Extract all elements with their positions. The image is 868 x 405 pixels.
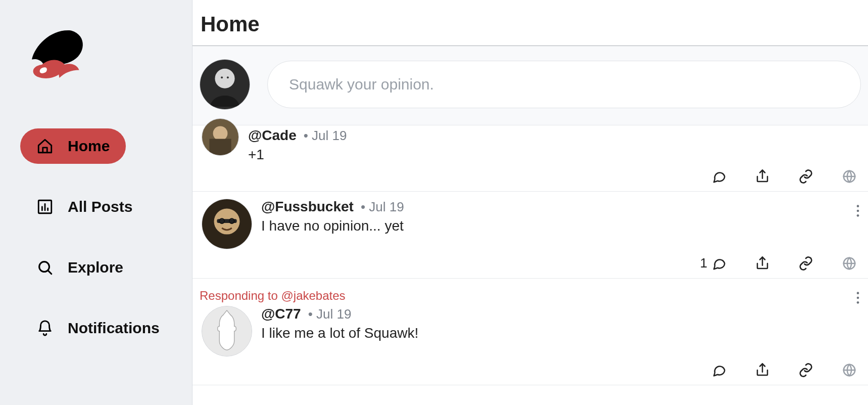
svg-line-5 [48,271,52,274]
sidebar: Home All Posts Explore Notifications [0,0,192,405]
sidebar-item-label: Explore [68,259,123,276]
sidebar-item-explore[interactable]: Explore [20,250,139,285]
link-icon [798,169,813,184]
sidebar-nav: Home All Posts Explore Notifications [20,128,172,346]
post[interactable]: @Fussbucket • Jul 19 I have no opinion..… [192,192,868,279]
main-column: Home @Cade • Jul 19 [192,0,868,405]
globe-icon [842,169,857,184]
comment-icon [711,363,727,378]
share-icon [755,169,770,184]
sidebar-item-label: Home [68,138,110,155]
svg-point-27 [857,301,859,304]
sidebar-item-all-posts[interactable]: All Posts [20,189,149,224]
post-date: • Jul 19 [304,128,347,144]
sidebar-item-notifications[interactable]: Notifications [20,310,176,346]
svg-point-15 [857,205,859,207]
post-avatar[interactable] [202,306,252,356]
sidebar-item-label: All Posts [68,198,132,215]
svg-point-16 [857,210,859,212]
link-button[interactable] [798,256,813,271]
svg-point-26 [857,297,859,299]
comment-icon [711,169,727,184]
comment-icon [711,256,727,271]
post-menu-button[interactable] [853,201,863,223]
svg-rect-12 [209,139,231,155]
visibility-button[interactable] [842,256,857,271]
link-icon [798,363,813,378]
svg-point-7 [215,69,234,88]
share-button[interactable] [755,363,770,378]
composer [192,46,868,125]
sidebar-item-home[interactable]: Home [20,128,126,164]
share-icon [755,256,770,271]
svg-point-9 [227,76,229,78]
bell-icon [36,320,54,337]
visibility-button[interactable] [842,363,857,378]
post[interactable]: Responding to @jakebates @C77 • Jul 19 I… [192,279,868,385]
post-date: • Jul 19 [361,199,404,215]
post-date: • Jul 19 [308,306,352,322]
sidebar-item-label: Notifications [68,320,160,337]
comment-button[interactable]: 1 [700,255,727,271]
home-icon [36,138,54,155]
app-logo [25,25,91,93]
app-root: Home All Posts Explore Notifications [0,0,868,405]
link-button[interactable] [798,363,813,378]
post-handle[interactable]: @Fussbucket [261,199,354,215]
share-button[interactable] [755,169,770,184]
post-content: +1 [248,147,859,163]
post-actions [202,163,859,187]
post-actions [202,356,859,381]
share-icon [755,363,770,378]
feed: @Cade • Jul 19 +1 [192,125,868,385]
svg-point-8 [221,76,223,78]
visibility-button[interactable] [842,169,857,184]
svg-point-11 [213,126,228,141]
post-content: I like me a lot of Squawk! [261,325,859,341]
post-actions: 1 [202,249,859,274]
post-content: I have no opinion... yet [261,218,859,234]
globe-icon [842,256,857,271]
svg-point-17 [857,214,859,217]
page-title: Home [192,0,868,46]
post-handle[interactable]: @C77 [261,306,301,322]
share-button[interactable] [755,256,770,271]
post-avatar[interactable] [202,199,252,249]
chart-icon [36,198,54,215]
current-user-avatar[interactable] [200,59,250,110]
compose-input[interactable] [267,61,861,108]
svg-point-25 [857,292,859,294]
globe-icon [842,363,857,378]
post-menu-button[interactable] [853,288,863,310]
link-button[interactable] [798,169,813,184]
search-icon [36,259,54,276]
comment-button[interactable] [707,169,727,184]
comment-button[interactable] [707,363,727,378]
post[interactable]: @Cade • Jul 19 +1 [192,125,868,192]
post-handle[interactable]: @Cade [248,127,297,144]
responding-to[interactable]: Responding to @jakebates [200,289,859,303]
comment-count: 1 [700,255,707,271]
link-icon [798,256,813,271]
post-avatar[interactable] [202,118,239,156]
